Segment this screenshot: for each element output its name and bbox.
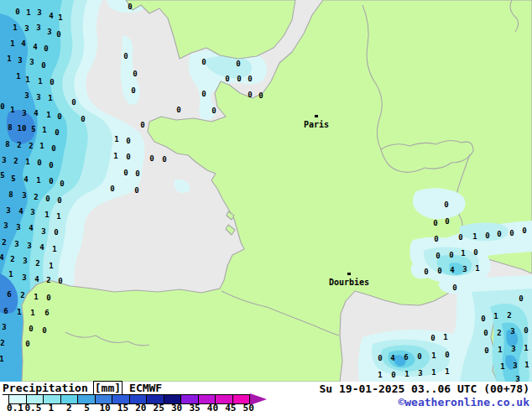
precip-value: 0 <box>110 185 114 193</box>
precip-value: 1 <box>113 152 117 160</box>
precip-value: 3 <box>22 109 26 117</box>
precip-value: 6 <box>404 353 408 362</box>
precip-value: 3 <box>510 327 514 336</box>
precip-value: 0 <box>484 346 488 355</box>
precip-value: 1 <box>16 72 20 81</box>
precip-value: 1 <box>378 371 382 379</box>
precip-value: 0 <box>417 352 421 361</box>
precip-value: 0 <box>430 334 435 342</box>
city-label-paris: Paris <box>304 120 329 129</box>
precip-value: 4 <box>18 207 23 216</box>
precip-value: 3 <box>22 273 26 282</box>
precip-value: 0 <box>519 294 523 303</box>
precip-value: 3 <box>2 323 6 331</box>
precip-value: 1 <box>44 211 49 219</box>
precip-value: 0 <box>60 179 64 188</box>
precip-value: 0 <box>258 91 263 100</box>
colorbar-tick: 0.1 <box>7 403 23 411</box>
precip-value: 3 <box>27 242 31 250</box>
precip-value: 0 <box>126 153 130 161</box>
precip-value: 0 <box>71 98 76 107</box>
colorbar-tick: 1 <box>48 403 54 411</box>
precip-value: 1 <box>25 75 29 84</box>
precip-value: 0 <box>236 60 240 68</box>
precip-value: 4 <box>34 109 39 117</box>
precip-value: 3 <box>22 191 26 200</box>
colorbar-tick: 10 <box>99 403 110 411</box>
precip-value: 8 <box>5 140 9 148</box>
precip-value: 3 <box>16 223 20 232</box>
precip-value: 0 <box>524 326 528 335</box>
precip-value: 6 <box>44 309 49 317</box>
precip-value: 2 <box>17 141 21 149</box>
precip-value: 1 <box>114 135 118 143</box>
precip-value: 0 <box>55 128 59 137</box>
precip-value: 1 <box>475 264 479 273</box>
precip-value: 0 <box>123 52 128 60</box>
precip-value: 1 <box>493 312 498 320</box>
precip-value: 0 <box>436 252 440 260</box>
precip-value: 3 <box>513 362 517 370</box>
precip-value: 4 <box>33 43 38 51</box>
precip-value: 2 <box>46 276 50 284</box>
precip-value: 0 <box>128 3 132 11</box>
legend-parameter: Precipitation <box>3 382 88 395</box>
colorbar-tick: 40 <box>207 403 218 411</box>
city-label-dourbies: Dourbies <box>329 278 369 287</box>
precip-value: 0 <box>434 235 438 243</box>
copyright-text: ©weatheronline.co.uk <box>398 396 529 408</box>
precip-value: 5 <box>31 125 35 133</box>
precip-value: 2 <box>35 259 39 268</box>
precip-value: 1 <box>17 308 21 316</box>
precip-value: 1 <box>42 126 46 134</box>
colorbar-tick: 35 <box>189 403 200 411</box>
precip-value: 0 <box>481 315 485 323</box>
precip-value: 0 <box>56 30 60 39</box>
precip-value: 0 <box>497 230 501 238</box>
precip-value: 4 <box>450 266 455 274</box>
precip-value: 0 <box>237 75 241 83</box>
precip-value: 0 <box>46 294 50 302</box>
precip-value: 1 <box>8 270 13 278</box>
precip-value: 3 <box>6 206 10 215</box>
precip-value: 4 <box>39 243 44 252</box>
colorbar-tick: 5 <box>84 403 90 411</box>
precip-value: 0 <box>134 186 138 195</box>
precip-value: 3 <box>511 345 515 353</box>
precip-value: 1 <box>445 367 449 376</box>
colorbar-tick: 45 <box>225 403 236 411</box>
precip-value: 1 <box>443 333 447 341</box>
precip-value: 1 <box>524 361 529 369</box>
precip-value: 2 <box>10 255 14 263</box>
precip-value: 4 <box>34 275 39 284</box>
precip-value: 0 <box>473 248 477 257</box>
precip-value: 0 <box>509 229 514 237</box>
precip-value: 1 <box>500 362 504 371</box>
legend-unit: [mm] <box>93 381 123 395</box>
precip-value: 3 <box>47 28 51 36</box>
precip-value: 1 <box>48 94 52 102</box>
precip-value: 1 <box>472 232 477 241</box>
colorbar-tick: 50 <box>243 403 254 411</box>
precip-value: 0 <box>29 325 33 333</box>
precip-value: 1 <box>431 351 436 360</box>
precip-value: 0 <box>58 277 62 285</box>
precip-value: 3 <box>515 375 519 382</box>
precip-value: 1 <box>13 23 17 32</box>
precip-value: 8 <box>8 190 13 199</box>
precip-value: 2 <box>2 238 6 247</box>
precip-value: 1 <box>10 106 14 114</box>
precip-value: 0 <box>225 75 229 83</box>
precip-value: 6 <box>3 307 8 315</box>
precip-value: 0 <box>15 8 19 16</box>
precip-value: 0 <box>57 196 61 205</box>
colorbar-tick: 0.5 <box>24 403 41 411</box>
precip-value: 0 <box>25 340 29 348</box>
precip-value: 0 <box>522 226 526 235</box>
precip-value: 0 <box>81 115 85 123</box>
precip-value: 3 <box>418 369 422 377</box>
precip-value: 2 <box>29 142 33 150</box>
precip-value: 3 <box>30 208 34 216</box>
precip-value: 3 <box>36 23 40 32</box>
precip-value: 0 <box>211 107 216 115</box>
